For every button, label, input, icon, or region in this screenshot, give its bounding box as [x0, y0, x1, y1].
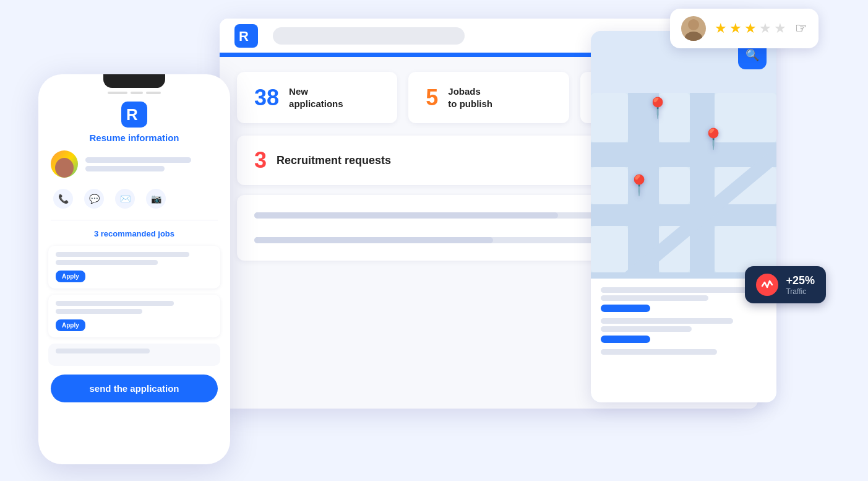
list-action-btn-2[interactable] — [601, 336, 650, 343]
user-line-2 — [85, 166, 165, 171]
status-dot-1 — [108, 92, 127, 94]
star-1[interactable]: ★ — [715, 22, 727, 35]
cursor-icon: ☞ — [795, 20, 807, 37]
phone-user-lines — [85, 157, 218, 171]
activity-icon — [761, 279, 773, 291]
svg-rect-7 — [591, 142, 776, 167]
search-icon: 🔍 — [746, 48, 759, 62]
rating-stars[interactable]: ★ ★ ★ ★ ★ — [715, 22, 786, 35]
job-lines-1 — [56, 252, 213, 265]
phone-status-bar — [38, 88, 230, 97]
phone-logo: R — [121, 102, 147, 128]
resume-section-title: Resume information — [38, 130, 230, 150]
svg-rect-16 — [591, 226, 628, 272]
stat-card-applications: 38 Newapplications — [237, 72, 397, 123]
stat-card-jobads: 5 Jobadsto publish — [408, 72, 569, 123]
phone-notch — [103, 74, 165, 88]
traffic-badge: +25% Traffic — [745, 266, 826, 303]
stat-label-jobads: Jobadsto publish — [448, 85, 492, 110]
list-action-btn-1[interactable] — [601, 305, 650, 312]
list-line-2 — [601, 295, 708, 301]
status-dot-3 — [146, 92, 161, 94]
map-list-item-1 — [601, 287, 767, 312]
phone-user-row — [38, 150, 230, 184]
job-line-3 — [56, 301, 174, 306]
avatar-face — [55, 158, 74, 178]
whatsapp-icon[interactable]: 💬 — [84, 189, 104, 209]
star-3[interactable]: ★ — [744, 22, 757, 35]
job-card-1: Apply — [48, 246, 220, 288]
list-line-5 — [601, 349, 717, 355]
star-5[interactable]: ★ — [774, 22, 786, 35]
stat-number-jobads: 5 — [426, 87, 438, 109]
svg-rect-13 — [591, 167, 628, 204]
job-line-4 — [56, 309, 142, 314]
svg-rect-10 — [591, 93, 628, 142]
map-list-item-2 — [601, 318, 767, 343]
job-line-5 — [56, 349, 150, 353]
job-card-3 — [48, 344, 220, 366]
message-icon[interactable]: ✉️ — [115, 189, 135, 209]
job-apply-btn-1[interactable]: Apply — [56, 271, 85, 282]
rating-card: ★ ★ ★ ★ ★ ☞ — [670, 9, 819, 48]
avatar — [681, 16, 706, 41]
traffic-text: +25% Traffic — [786, 274, 815, 296]
phone-mockup: R Resume information 📞 💬 ✉️ 📷 3 recomman… — [38, 74, 230, 464]
svg-text:R: R — [126, 105, 138, 124]
phone-avatar — [51, 150, 78, 178]
map-pin-3[interactable]: 📍 — [627, 173, 651, 197]
job-card-2: Apply — [48, 295, 220, 337]
recruit-label: Recruitment requests — [277, 154, 391, 167]
browser-searchbar[interactable] — [273, 27, 465, 45]
svg-rect-8 — [591, 204, 776, 226]
avatar-head — [688, 19, 699, 30]
browser-logo: R — [234, 24, 258, 48]
svg-rect-14 — [659, 167, 690, 204]
job-apply-btn-2[interactable]: Apply — [56, 319, 85, 331]
stat-label-applications: Newapplications — [289, 85, 343, 110]
send-application-button[interactable]: send the application — [51, 375, 218, 402]
traffic-percent: +25% — [786, 274, 815, 287]
map-panel: 🔍 📍 📍 📍 — [591, 31, 776, 402]
job-lines-2 — [56, 301, 213, 314]
stat-number-applications: 38 — [254, 87, 279, 109]
list-line-4 — [601, 326, 692, 332]
svg-rect-18 — [715, 226, 776, 272]
phone-logo-area: R — [38, 97, 230, 130]
star-4[interactable]: ★ — [759, 22, 771, 35]
list-line-3 — [601, 318, 733, 324]
traffic-icon — [756, 274, 778, 296]
phone-icons-row: 📞 💬 ✉️ 📷 — [38, 184, 230, 217]
phone-icon[interactable]: 📞 — [53, 189, 73, 209]
map-pin-1[interactable]: 📍 — [645, 96, 670, 119]
list-line-1 — [601, 287, 750, 293]
video-icon[interactable]: 📷 — [146, 189, 166, 209]
svg-text:R: R — [239, 28, 249, 44]
map-pin-2[interactable]: 📍 — [701, 127, 726, 150]
traffic-label: Traffic — [786, 287, 815, 296]
map-list-item-3 — [601, 349, 767, 355]
star-2[interactable]: ★ — [729, 22, 742, 35]
phone-divider — [51, 220, 218, 220]
recruit-number: 3 — [254, 149, 267, 171]
user-line-1 — [85, 157, 191, 163]
status-dot-2 — [131, 92, 143, 94]
job-line-1 — [56, 252, 189, 257]
job-line-2 — [56, 260, 158, 265]
phone-jobs-title: 3 recommanded jobs — [38, 229, 230, 238]
avatar-body — [685, 32, 702, 41]
